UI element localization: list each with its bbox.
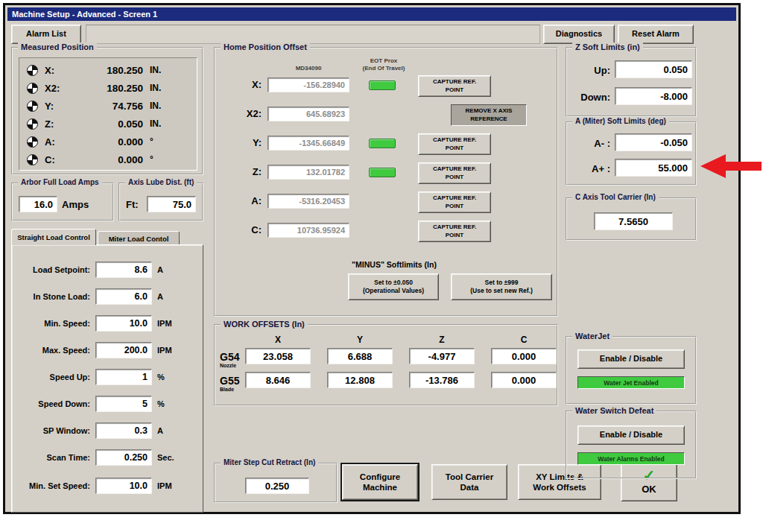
g54-z-field[interactable]: -4.977 bbox=[409, 348, 475, 364]
load-row: Min. Set Speed: 10.0 IPM bbox=[15, 478, 200, 494]
axis-value: 74.756 bbox=[69, 101, 143, 112]
g55-y-field[interactable]: 12.808 bbox=[327, 372, 393, 388]
water-switch-enable-disable-button[interactable]: Enable / Disable bbox=[577, 425, 685, 445]
sp-window-field[interactable]: 0.3 bbox=[95, 422, 152, 439]
speed-down-field[interactable]: 5 bbox=[95, 396, 152, 412]
load-row-label: Min. Set Speed: bbox=[15, 481, 95, 490]
arbor-amps-unit: Amps bbox=[62, 199, 89, 210]
a-soft-limits-group: A (Miter) Soft Limits (deg) A- : -0.050 … bbox=[566, 121, 697, 186]
reset-alarm-button[interactable]: Reset Alarm bbox=[618, 25, 694, 44]
load-row-label: SP Window: bbox=[15, 426, 95, 435]
measured-row-z: Z: 0.050 IN. bbox=[27, 115, 194, 132]
axis-unit: ° bbox=[143, 136, 174, 147]
measured-position-title: Measured Position bbox=[18, 42, 97, 51]
speed-up-field[interactable]: 1 bbox=[95, 369, 152, 385]
a-minus-field[interactable]: -0.050 bbox=[615, 133, 692, 151]
set-operational-softlimits-button[interactable]: Set to ±0.050 (Operational Values) bbox=[348, 273, 439, 300]
load-row: SP Window: 0.3 A bbox=[15, 422, 200, 439]
axis-label: C: bbox=[45, 154, 69, 165]
miter-retract-field[interactable]: 0.250 bbox=[245, 478, 309, 494]
load-row-unit: IPM bbox=[152, 481, 172, 490]
axis-origin-icon bbox=[27, 118, 38, 130]
capture-ref-point-y-button[interactable]: CAPTURE REF. POINT bbox=[418, 133, 491, 155]
work-offsets-group: WORK OFFSETS (In) X Y Z C G54 Nozzle 23.… bbox=[214, 324, 558, 406]
axis-origin-icon bbox=[27, 136, 38, 148]
machine-setup-screen: Machine Setup - Advanced - Screen 1 Alar… bbox=[0, 0, 763, 532]
axis-label: A: bbox=[226, 195, 262, 206]
eot-prox-header: EOT Prox (End Of Travel) bbox=[349, 57, 418, 72]
diagnostics-button[interactable]: Diagnostics bbox=[543, 25, 615, 44]
g54-c-field[interactable]: 0.000 bbox=[491, 348, 557, 364]
axis-value: 0.000 bbox=[69, 136, 143, 148]
max-speed-field[interactable]: 200.0 bbox=[95, 342, 152, 358]
z-up-field[interactable]: 0.050 bbox=[615, 60, 692, 78]
g55-x-field[interactable]: 8.646 bbox=[245, 372, 311, 388]
axis-value: 0.050 bbox=[69, 118, 143, 130]
scan-time-field[interactable]: 0.250 bbox=[95, 449, 152, 466]
ok-button-label: OK bbox=[642, 484, 656, 495]
z-down-field[interactable]: -8.000 bbox=[615, 87, 692, 105]
tab-straight-load-control[interactable]: Straight Load Control bbox=[11, 229, 96, 245]
load-row-unit: A bbox=[152, 426, 163, 435]
g54-x-field[interactable]: 23.058 bbox=[245, 348, 311, 364]
axis-label: Y: bbox=[45, 101, 69, 112]
load-row-label: Min. Speed: bbox=[15, 319, 95, 328]
load-row: Load Setpoint: 8.6 A bbox=[15, 262, 200, 278]
home-row-z: Z: 132.01782 CAPTURE REF. POINT bbox=[215, 162, 557, 185]
load-row-label: Max. Speed: bbox=[15, 346, 95, 355]
home-offset-x-field: -156.28940 bbox=[267, 77, 349, 92]
min-set-speed-field[interactable]: 10.0 bbox=[95, 478, 152, 494]
column-header-c: C bbox=[491, 335, 557, 345]
load-row-label: Speed Down: bbox=[15, 399, 95, 408]
axis-unit: IN. bbox=[143, 118, 174, 129]
axis-label: Z: bbox=[45, 118, 69, 130]
load-row-unit: A bbox=[152, 265, 163, 274]
down-label: Down: bbox=[570, 92, 610, 103]
miter-retract-title: Miter Step Cut Retract (In) bbox=[221, 458, 318, 466]
load-setpoint-field[interactable]: 8.6 bbox=[95, 262, 152, 278]
c-axis-field[interactable]: 7.5650 bbox=[594, 212, 673, 230]
axis-value: 180.250 bbox=[69, 65, 143, 76]
load-row-label: In Stone Load: bbox=[15, 292, 95, 301]
capture-ref-point-a-button[interactable]: CAPTURE REF. POINT bbox=[418, 191, 491, 213]
home-offset-c-field: 10736.95924 bbox=[267, 223, 349, 238]
a-soft-limits-title: A (Miter) Soft Limits (deg) bbox=[572, 117, 669, 125]
remove-x-axis-reference-button[interactable]: REMOVE X AXIS REFERENCE bbox=[451, 104, 527, 126]
axis-lube-field[interactable]: 75.0 bbox=[147, 196, 196, 212]
g54-y-field[interactable]: 6.688 bbox=[327, 348, 393, 364]
window-frame: Machine Setup - Advanced - Screen 1 Alar… bbox=[3, 3, 741, 514]
tool-carrier-data-button[interactable]: Tool Carrier Data bbox=[431, 464, 507, 500]
capture-ref-point-c-button[interactable]: CAPTURE REF. POINT bbox=[418, 221, 491, 242]
load-row: Max. Speed: 200.0 IPM bbox=[15, 342, 200, 358]
measured-row-x2: X2: 180.250 IN. bbox=[27, 80, 194, 96]
min-speed-field[interactable]: 10.0 bbox=[95, 315, 152, 332]
c-axis-title: C Axis Tool Carrier (In) bbox=[572, 193, 659, 201]
axis-label: X2: bbox=[45, 83, 69, 94]
axis-label: A: bbox=[45, 136, 69, 148]
a-plus-field[interactable]: 55.000 bbox=[615, 159, 692, 177]
in-stone-load-field[interactable]: 6.0 bbox=[95, 288, 152, 305]
tab-miter-load-control[interactable]: Miter Load Contol bbox=[98, 231, 180, 245]
axis-origin-icon bbox=[27, 101, 38, 112]
capture-ref-point-x-button[interactable]: CAPTURE REF. POINT bbox=[418, 75, 491, 97]
axis-label: X: bbox=[226, 79, 262, 90]
axis-label: X2: bbox=[226, 108, 262, 119]
g55-c-field[interactable]: 0.000 bbox=[491, 372, 557, 388]
alarm-list-button[interactable]: Alarm List bbox=[11, 25, 81, 44]
set-reference-softlimits-button[interactable]: Set to ±999 (Use to set new Ref.) bbox=[451, 273, 552, 300]
window-title: Machine Setup - Advanced - Screen 1 bbox=[12, 10, 157, 19]
waterjet-enable-disable-button[interactable]: Enable / Disable bbox=[577, 349, 685, 369]
g55-z-field[interactable]: -13.786 bbox=[409, 372, 475, 388]
measured-row-c: C: 0.000 ° bbox=[27, 151, 194, 168]
arbor-amps-field[interactable]: 16.0 bbox=[19, 196, 57, 212]
g54-label: G54 bbox=[220, 351, 239, 363]
a-minus-label: A- : bbox=[570, 138, 610, 149]
water-switch-defeat-title: Water Switch Defeat bbox=[572, 406, 656, 415]
minus-softlimits-title: "MINUS" Softlimits (In) bbox=[327, 260, 461, 269]
g55-name-label: Blade bbox=[220, 387, 234, 392]
a-plus-label: A+ : bbox=[570, 163, 610, 174]
home-row-a: A: -5316.20453 CAPTURE REF. POINT bbox=[215, 191, 557, 214]
capture-ref-point-z-button[interactable]: CAPTURE REF. POINT bbox=[418, 162, 491, 184]
configure-machine-button[interactable]: Configure Machine bbox=[342, 464, 418, 500]
annotation-arrow-icon bbox=[700, 154, 726, 178]
